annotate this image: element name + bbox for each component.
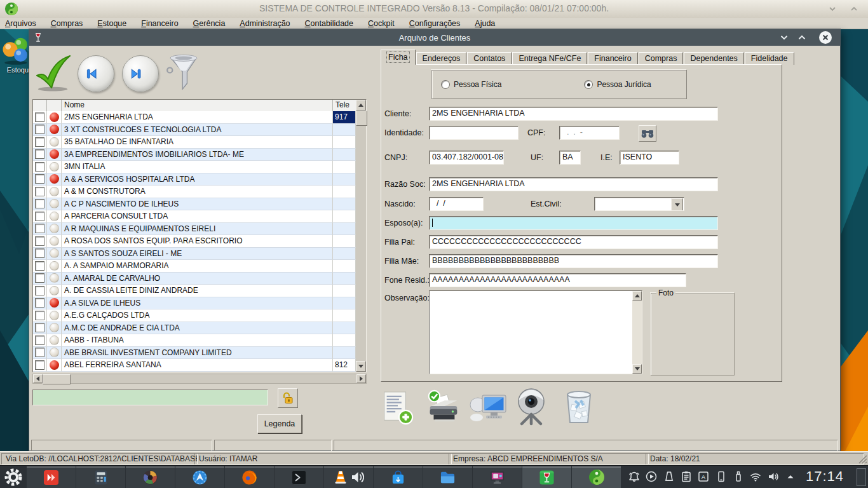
maximize-icon[interactable] bbox=[796, 32, 808, 43]
radio-pessoa-juridica[interactable]: Pessoa Jurídica bbox=[584, 80, 651, 89]
row-checkbox[interactable] bbox=[33, 322, 47, 335]
row-checkbox[interactable] bbox=[33, 161, 47, 173]
client-name-cell[interactable]: A. DE CASSIA LEITE DINIZ ANDRADE bbox=[62, 285, 333, 297]
client-name-cell[interactable]: 3A EMPREENDIMENTOS IMOBILIARIOS LTDA- ME bbox=[62, 149, 333, 161]
tab-endere-os[interactable]: Endereços bbox=[416, 52, 467, 65]
telephone-cell[interactable] bbox=[333, 186, 356, 198]
telephone-cell[interactable] bbox=[333, 235, 356, 248]
row-checkbox[interactable] bbox=[33, 198, 47, 211]
telephone-cell[interactable] bbox=[333, 309, 356, 322]
tab-contatos[interactable]: Contatos bbox=[467, 52, 512, 65]
nascido-field[interactable]: / / bbox=[429, 197, 484, 211]
row-checkbox[interactable] bbox=[33, 248, 47, 261]
telephone-cell[interactable] bbox=[333, 322, 356, 335]
radio-pessoa-fisica[interactable]: Pessoa Física bbox=[441, 80, 501, 89]
client-name-cell[interactable]: A & A SERVICOS HOSPITALAR LTDA bbox=[62, 173, 333, 186]
row-checkbox[interactable] bbox=[33, 297, 47, 310]
telephone-cell[interactable] bbox=[333, 285, 356, 297]
row-checkbox[interactable] bbox=[33, 334, 47, 347]
taskbar-button-red-app-icon[interactable] bbox=[27, 466, 76, 488]
telephone-cell[interactable] bbox=[333, 273, 356, 285]
client-name-cell[interactable]: AABB - ITABUNA bbox=[62, 334, 333, 347]
row-checkbox[interactable] bbox=[33, 235, 47, 248]
monitor-search-button[interactable] bbox=[468, 390, 508, 426]
menu-item-financeiro[interactable]: Financeiro bbox=[141, 19, 178, 28]
taskbar-button-file-manager-icon[interactable] bbox=[423, 466, 472, 488]
media-play-icon[interactable] bbox=[645, 470, 658, 483]
taskbar-button-sistema-app-icon[interactable] bbox=[572, 466, 621, 488]
client-name-cell[interactable]: A C P NASCIMENTO DE ILHEUS bbox=[62, 198, 333, 211]
client-name-cell[interactable]: A.A SILVA DE ILHEUS bbox=[62, 297, 333, 310]
telephone-cell[interactable] bbox=[333, 198, 356, 211]
caret-up-icon[interactable] bbox=[784, 470, 797, 483]
close-icon[interactable] bbox=[818, 30, 832, 44]
esposo-field[interactable] bbox=[429, 216, 718, 230]
start-menu-button[interactable] bbox=[0, 466, 27, 488]
client-name-cell[interactable]: A. A SAMPAIO MARMORARIA bbox=[62, 260, 333, 273]
client-name-cell[interactable]: A.E.G CALÇADOS LTDA bbox=[62, 309, 333, 322]
tab-ficha[interactable]: Ficha bbox=[381, 50, 416, 65]
client-name-cell[interactable]: A & M CONSTRUTORA bbox=[62, 186, 333, 198]
telephone-cell[interactable] bbox=[333, 136, 356, 149]
header-nome[interactable]: Nome bbox=[62, 100, 333, 111]
menu-item-ajuda[interactable]: Ajuda bbox=[475, 19, 495, 28]
bell-icon[interactable] bbox=[628, 470, 641, 483]
row-checkbox[interactable] bbox=[33, 347, 47, 360]
search-client-button[interactable] bbox=[639, 125, 656, 142]
row-checkbox[interactable] bbox=[33, 210, 47, 223]
taskbar-button-konqueror-icon[interactable] bbox=[175, 466, 224, 488]
minimize-icon[interactable] bbox=[778, 32, 790, 43]
telephone-cell[interactable]: 917 bbox=[333, 111, 356, 124]
row-checkbox[interactable] bbox=[33, 359, 47, 372]
menu-item-configurações[interactable]: Configurações bbox=[409, 19, 461, 28]
row-checkbox[interactable] bbox=[33, 111, 47, 124]
client-name-cell[interactable]: 35 BATALHAO DE INFANTARIA bbox=[62, 136, 333, 149]
table-row[interactable]: A.A SILVA DE ILHEUS bbox=[33, 297, 356, 310]
table-row[interactable]: A.M.C DE ANDRADE E CIA LTDA bbox=[33, 322, 356, 335]
client-name-cell[interactable]: A ROSA DOS SANTOS EQUIP. PARA ESCRITORIO bbox=[62, 235, 333, 248]
table-row[interactable]: A S SANTOS SOUZA EIRELI - ME bbox=[33, 248, 356, 261]
confirm-check-button[interactable] bbox=[34, 53, 74, 93]
row-checkbox[interactable] bbox=[33, 124, 47, 137]
menu-item-estoque[interactable]: Estoque bbox=[97, 19, 126, 28]
client-name-cell[interactable]: A S SANTOS SOUZA EIRELI - ME bbox=[62, 248, 333, 261]
telephone-cell[interactable] bbox=[333, 347, 356, 360]
fone-field[interactable]: AAAAAAAAAAAAAAAAAAAAAAAAAA bbox=[429, 273, 686, 287]
client-name-cell[interactable]: ABE BRASIL INVESTMENT COMPANY LIMITED bbox=[62, 347, 333, 360]
taskbar-button-wine-app-icon[interactable] bbox=[522, 466, 571, 488]
nav-last-button[interactable] bbox=[122, 55, 159, 92]
telephone-cell[interactable] bbox=[333, 149, 356, 161]
table-row[interactable]: 3MN ITALIA bbox=[33, 161, 356, 173]
new-record-button[interactable] bbox=[381, 390, 416, 426]
main-maximize-icon[interactable] bbox=[849, 4, 859, 14]
main-minimize-icon[interactable] bbox=[827, 4, 837, 14]
delete-trash-button[interactable] bbox=[562, 387, 597, 426]
menu-item-gerência[interactable]: Gerência bbox=[193, 19, 226, 28]
table-row[interactable]: A & M CONSTRUTORA bbox=[33, 186, 356, 198]
tab-fidelidade[interactable]: Fidelidade bbox=[745, 52, 794, 65]
filiamae-field[interactable]: BBBBBBBBBBBBBBBBBBBBBBBB bbox=[429, 254, 718, 268]
row-checkbox[interactable] bbox=[33, 223, 47, 236]
row-checkbox[interactable] bbox=[33, 309, 47, 322]
table-row[interactable]: 3 XT CONSTRUCOES E TECNOLOGIA LTDA bbox=[33, 124, 356, 137]
taskbar-button-software-store-icon[interactable] bbox=[374, 466, 423, 488]
menu-item-cockpit[interactable]: Cockpit bbox=[368, 19, 395, 28]
tab-financeiro[interactable]: Financeiro bbox=[588, 52, 637, 65]
table-row[interactable]: A.E.G CALÇADOS LTDA bbox=[33, 309, 356, 322]
row-checkbox[interactable] bbox=[33, 273, 47, 285]
table-row[interactable]: A & A SERVICOS HOSPITALAR LTDA bbox=[33, 173, 356, 186]
taskbar-button-photo-app-icon[interactable] bbox=[126, 466, 175, 488]
telephone-cell[interactable] bbox=[333, 297, 356, 310]
client-name-cell[interactable]: 3 XT CONSTRUCOES E TECNOLOGIA LTDA bbox=[62, 124, 333, 137]
client-name-cell[interactable]: 3MN ITALIA bbox=[62, 161, 333, 173]
tab-compras[interactable]: Compras bbox=[639, 52, 684, 65]
menu-item-arquivos[interactable]: Arquivos bbox=[5, 19, 36, 28]
telephone-cell[interactable] bbox=[333, 124, 356, 137]
table-row[interactable]: 35 BATALHAO DE INFANTARIA bbox=[33, 136, 356, 149]
taskbar-button-vlc-volume-icon[interactable] bbox=[324, 466, 373, 488]
razao-field[interactable]: 2MS ENGENHARIA LTDA bbox=[429, 177, 718, 191]
observacao-textarea[interactable] bbox=[429, 290, 642, 374]
client-name-cell[interactable]: 2MS ENGENHARIA LTDA bbox=[62, 111, 333, 124]
telephone-cell[interactable] bbox=[333, 260, 356, 273]
table-row[interactable]: AABB - ITABUNA bbox=[33, 334, 356, 347]
